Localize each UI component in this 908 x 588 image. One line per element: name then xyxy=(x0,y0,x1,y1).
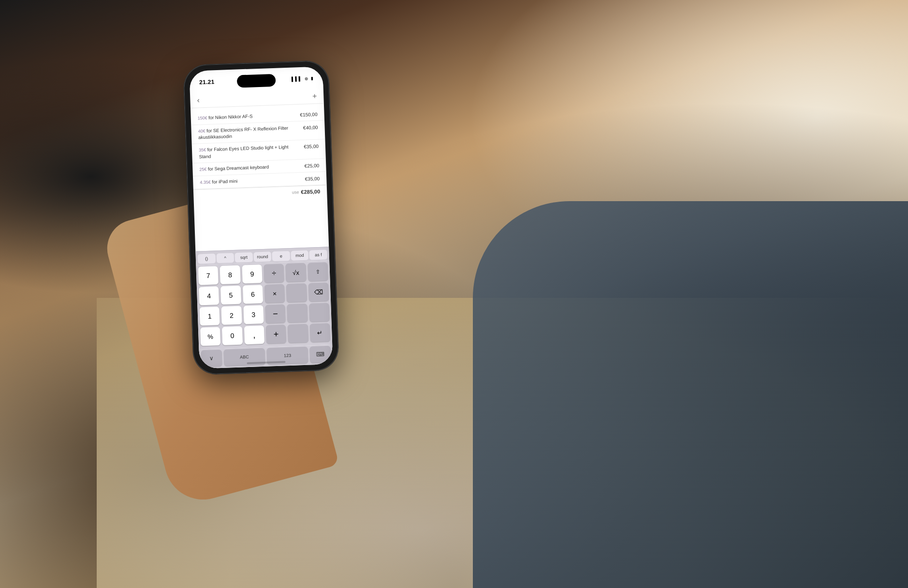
keyboard-bottom-row: ∨ ABC 123 ⌨ xyxy=(201,346,331,367)
battery-icon: ▮ xyxy=(311,76,313,81)
key-empty-1 xyxy=(286,283,307,302)
keyboard-row-2: 4 5 6 × ⌫ xyxy=(199,282,329,305)
key-chevron-down[interactable]: ∨ xyxy=(201,350,222,367)
key-8[interactable]: 8 xyxy=(220,265,241,284)
amount-ref-4: 25€ xyxy=(199,167,208,172)
transaction-amount-3: €35,00 xyxy=(304,143,319,149)
amount-ref-1: 150€ xyxy=(198,116,209,121)
transaction-desc: 35€ for Falcon Eyes LED Studio light + L… xyxy=(199,144,300,160)
sci-key-asf[interactable]: as f xyxy=(309,250,327,260)
key-empty-3 xyxy=(309,303,330,322)
key-backspace[interactable]: ⌫ xyxy=(308,282,329,301)
key-4[interactable]: 4 xyxy=(199,286,220,305)
total-amount: €285,00 xyxy=(301,188,320,194)
transaction-desc: 150€ for Nikon Nikkor AF-S xyxy=(198,111,296,121)
sci-key-e[interactable]: e xyxy=(272,251,290,261)
keyboard-main: 7 8 9 ÷ √x ⇧ 4 5 6 × ⌫ xyxy=(196,261,332,350)
total-label: use xyxy=(292,190,299,195)
key-keyboard-switch[interactable]: ⌨ xyxy=(310,346,331,363)
key-empty-2 xyxy=(287,304,308,323)
signal-icon: ▌▌▌ xyxy=(292,76,302,82)
phone-screen: 21.21 ▌▌▌ ⊛ ▮ ‹ + 150€ for Nikon Nikkor … xyxy=(189,66,333,368)
transaction-amount-1: €150,00 xyxy=(300,111,318,118)
key-9[interactable]: 9 xyxy=(242,265,263,283)
desc-text-3: for Falcon Eyes LED Studio light + Light… xyxy=(199,144,289,159)
transaction-desc: 4.35€ for iPad mini xyxy=(200,176,301,186)
key-minus[interactable]: − xyxy=(265,304,286,323)
key-3[interactable]: 3 xyxy=(243,305,264,324)
sci-key-mod[interactable]: mod xyxy=(291,250,308,261)
keyboard-row-3: 1 2 3 − xyxy=(199,303,329,325)
transaction-desc: 25€ for Sega Dreamcast keyboard xyxy=(199,162,301,173)
key-1[interactable]: 1 xyxy=(199,307,220,325)
key-5[interactable]: 5 xyxy=(220,286,241,305)
desc-text-1: for Nikon Nikkor AF-S xyxy=(208,113,253,120)
wifi-icon: ⊛ xyxy=(305,76,308,81)
transaction-amount-2: €40,00 xyxy=(303,123,318,130)
sci-key-parens[interactable]: () xyxy=(198,253,216,264)
key-2[interactable]: 2 xyxy=(221,306,242,325)
desc-text-5: for iPad mini xyxy=(212,178,237,185)
key-percent[interactable]: % xyxy=(200,327,221,346)
desc-text-4: for Sega Dreamcast keyboard xyxy=(208,164,269,172)
status-icons: ▌▌▌ ⊛ ▮ xyxy=(292,76,313,82)
key-empty-4 xyxy=(288,324,308,343)
keyboard-row-1: 7 8 9 ÷ √x ⇧ xyxy=(198,262,328,285)
keyboard-row-4: % 0 , + ↵ xyxy=(200,323,330,346)
key-0[interactable]: 0 xyxy=(222,326,243,345)
key-comma[interactable]: , xyxy=(244,325,264,344)
key-sqrt[interactable]: √x xyxy=(286,263,307,282)
key-6[interactable]: 6 xyxy=(243,285,264,304)
desc-text-2: for SE Electronics RF- X Reflexion Filte… xyxy=(198,125,288,140)
key-plus[interactable]: + xyxy=(266,324,287,343)
key-return[interactable]: ↵ xyxy=(309,323,330,342)
phone-wrapper: 21.21 ▌▌▌ ⊛ ▮ ‹ + 150€ for Nikon Nikkor … xyxy=(183,60,339,375)
transaction-list: 150€ for Nikon Nikkor AF-S €150,00 40€ f… xyxy=(190,103,329,251)
transaction-amount-4: €25,00 xyxy=(304,162,319,169)
key-shift[interactable]: ⇧ xyxy=(308,262,328,281)
back-button[interactable]: ‹ xyxy=(197,96,200,104)
key-multiply[interactable]: × xyxy=(264,284,285,303)
background-jeans xyxy=(473,201,908,588)
amount-ref-5: 4.35€ xyxy=(200,179,212,185)
sci-key-round[interactable]: round xyxy=(253,251,271,262)
dynamic-island xyxy=(237,74,276,88)
app-content: ‹ + 150€ for Nikon Nikkor AF-S €150,00 4… xyxy=(190,89,333,368)
add-button[interactable]: + xyxy=(312,92,317,101)
key-divide[interactable]: ÷ xyxy=(264,264,284,282)
sci-key-sqrt[interactable]: sqrt xyxy=(235,252,253,263)
amount-ref-2: 40€ xyxy=(198,128,207,133)
transaction-desc: 40€ for SE Electronics RF- X Reflexion F… xyxy=(198,124,299,141)
status-time: 21.21 xyxy=(199,78,215,86)
amount-ref-3: 35€ xyxy=(199,147,207,153)
key-7[interactable]: 7 xyxy=(198,266,219,285)
sci-key-power[interactable]: ^ xyxy=(216,253,234,263)
transaction-amount-5: €35,00 xyxy=(305,175,320,182)
